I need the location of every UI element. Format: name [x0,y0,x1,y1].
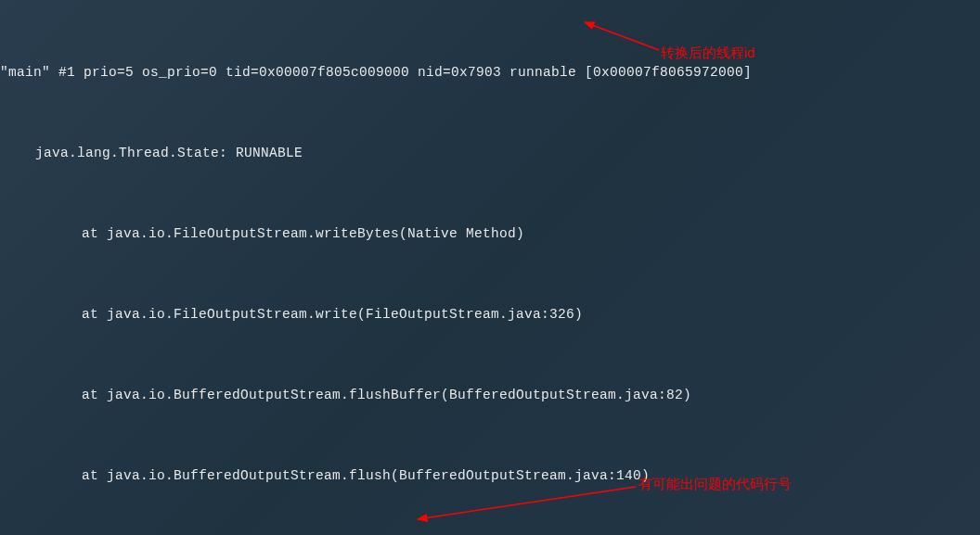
stack-frame: at java.io.FileOutputStream.writeBytes(N… [0,221,980,248]
stack-frame: at java.io.BufferedOutputStream.flush(Bu… [0,463,980,490]
thread-header-line: "main" #1 prio=5 os_prio=0 tid=0x00007f8… [0,59,980,86]
stack-frame: at java.io.FileOutputStream.write(FileOu… [0,301,980,328]
thread-state-line: java.lang.Thread.State: RUNNABLE [0,140,980,167]
annotation-code-line: 有可能出问题的代码行号 [638,476,792,493]
stack-frame: at java.io.BufferedOutputStream.flushBuf… [0,382,980,409]
annotation-thread-id: 转换后的线程id [661,45,755,62]
thread-dump-content: "main" #1 prio=5 os_prio=0 tid=0x00007f8… [0,6,980,535]
